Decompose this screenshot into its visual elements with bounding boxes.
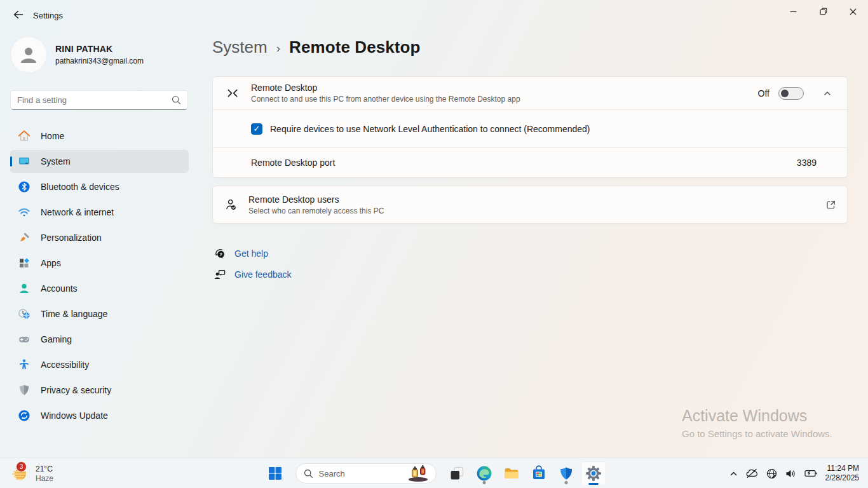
get-help-icon: ? [214, 247, 226, 260]
back-arrow-icon [13, 10, 24, 20]
users-title: Remote Desktop users [248, 194, 825, 205]
back-button[interactable] [9, 8, 27, 22]
settings-button[interactable] [581, 461, 606, 485]
remote-desktop-text: Remote Desktop Connect to and use this P… [251, 83, 758, 104]
task-view-icon [449, 466, 465, 481]
sidebar-item-network-internet[interactable]: Network & internet [10, 201, 189, 224]
remote-desktop-header[interactable]: Remote Desktop Connect to and use this P… [213, 77, 847, 110]
sidebar-item-label: Accounts [41, 283, 78, 294]
sidebar-item-label: Personalization [41, 233, 102, 243]
remote-desktop-expander: Remote Desktop Connect to and use this P… [212, 76, 848, 178]
restore-button[interactable] [808, 0, 838, 23]
settings-list: Remote Desktop Connect to and use this P… [212, 76, 848, 288]
remote-desktop-title: Remote Desktop [251, 83, 758, 93]
chevron-up-icon [823, 89, 832, 98]
time-language-icon [18, 308, 31, 320]
clock-widget[interactable]: 11:24 PM 2/28/2025 [825, 464, 859, 483]
sidebar-item-home[interactable]: Home [10, 125, 189, 147]
breadcrumb-system[interactable]: System [212, 37, 268, 57]
app-title: Settings [33, 11, 63, 20]
taskbar-search-label: Search [319, 469, 400, 478]
personalization-icon [18, 231, 31, 244]
watermark-subtitle: Go to Settings to activate Windows. [682, 428, 832, 439]
sidebar-item-gaming[interactable]: Gaming [10, 328, 189, 351]
sidebar-item-personalization[interactable]: Personalization [10, 226, 189, 249]
remote-desktop-users-card[interactable]: Remote Desktop users Select who can remo… [212, 186, 848, 224]
battery-button[interactable] [804, 469, 817, 478]
tray-time: 11:24 PM [825, 464, 859, 473]
give-feedback-link[interactable]: Give feedback [214, 267, 848, 282]
remote-desktop-toggle-area: Off [758, 84, 837, 103]
privacy-security-icon [18, 384, 31, 396]
sidebar-item-label: Bluetooth & devices [41, 182, 119, 192]
close-button[interactable] [838, 0, 868, 23]
network-icon [18, 206, 31, 219]
bluetooth-icon [18, 180, 31, 193]
open-external-icon [825, 200, 836, 210]
no-internet-globe-icon [766, 468, 777, 479]
minimize-icon [790, 8, 797, 15]
edge-browser-button[interactable] [472, 461, 496, 485]
person-icon [18, 44, 39, 65]
search-input[interactable] [17, 95, 172, 105]
microsoft-store-button[interactable] [527, 461, 551, 485]
system-icon [18, 155, 31, 168]
speaker-icon [785, 469, 796, 478]
windows-start-icon [268, 466, 283, 481]
lanterns-search-highlight-icon [405, 464, 432, 482]
sidebar-item-time-language[interactable]: Time & language [10, 302, 189, 325]
users-check-icon [225, 198, 238, 211]
expander-collapse-button[interactable] [818, 84, 837, 103]
windows-security-button[interactable] [554, 461, 578, 485]
avatar [10, 36, 47, 73]
page-title: Remote Desktop [289, 37, 421, 57]
port-value: 3389 [797, 158, 817, 168]
profile-section[interactable]: RINI PATHAK pathakrini343@gmail.com [10, 36, 144, 73]
sidebar-item-label: Gaming [41, 334, 72, 344]
give-feedback-label: Give feedback [234, 269, 292, 280]
taskbar-search[interactable]: Search [295, 463, 437, 484]
remote-desktop-toggle[interactable] [778, 87, 804, 100]
get-help-label: Get help [234, 248, 268, 259]
sidebar-item-privacy-security[interactable]: Privacy & security [10, 379, 189, 402]
network-status-button[interactable] [766, 468, 777, 479]
sidebar-item-bluetooth-devices[interactable]: Bluetooth & devices [10, 175, 189, 198]
start-button[interactable] [263, 461, 287, 485]
taskbar-search-icon [304, 469, 313, 478]
windows-update-icon [18, 409, 31, 422]
profile-email: pathakrini343@gmail.com [55, 57, 144, 65]
accessibility-icon [18, 358, 31, 371]
port-row: Remote Desktop port 3389 [213, 148, 847, 177]
microsoft-store-icon [531, 465, 547, 482]
sidebar-item-windows-update[interactable]: Windows Update [10, 404, 189, 427]
toggle-state-label: Off [758, 88, 770, 98]
file-explorer-button[interactable] [499, 461, 524, 485]
nla-checkbox[interactable] [251, 123, 262, 135]
battery-charging-icon [804, 469, 817, 478]
help-links: ? Get help Give feedback [214, 246, 848, 282]
profile-text: RINI PATHAK pathakrini343@gmail.com [55, 44, 144, 65]
get-help-link[interactable]: ? Get help [214, 246, 848, 261]
hidden-icons-button[interactable] [729, 470, 738, 478]
port-label: Remote Desktop port [251, 158, 797, 168]
system-tray: 11:24 PM 2/28/2025 [729, 458, 868, 488]
sidebar-item-label: Time & language [41, 309, 107, 319]
sidebar-item-label: Home [41, 131, 64, 141]
close-icon [850, 8, 857, 15]
task-view-button[interactable] [445, 461, 469, 485]
gaming-icon [18, 333, 31, 346]
minimize-button[interactable] [778, 0, 808, 23]
activate-windows-watermark: Activate Windows Go to Settings to activ… [682, 407, 832, 439]
restore-icon [820, 8, 827, 15]
sidebar: RINI PATHAK pathakrini343@gmail.com Home… [0, 25, 201, 458]
give-feedback-icon [214, 268, 226, 281]
sidebar-item-label: Privacy & security [41, 385, 111, 395]
find-setting-searchbox[interactable] [10, 90, 188, 110]
onedrive-status-button[interactable] [746, 468, 758, 478]
sidebar-item-accounts[interactable]: Accounts [10, 277, 189, 300]
volume-button[interactable] [785, 469, 796, 478]
sidebar-item-apps[interactable]: Apps [10, 252, 189, 274]
onedrive-slash-icon [746, 468, 758, 478]
sidebar-item-system[interactable]: System [10, 150, 189, 173]
sidebar-item-accessibility[interactable]: Accessibility [10, 353, 189, 376]
